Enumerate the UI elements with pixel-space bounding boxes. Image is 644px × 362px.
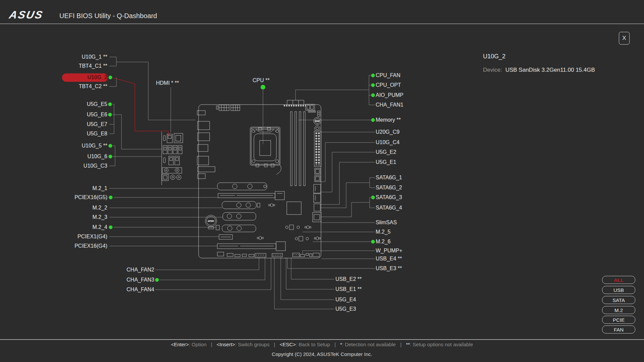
port-label-u10g-2-selected[interactable]: U10G_2 xyxy=(87,74,107,81)
port-label-pciex16-g5[interactable]: PCIEX16(G5) xyxy=(74,194,107,201)
port-label-tbt4-c2[interactable]: TBT4_C2 ** xyxy=(79,83,107,90)
port-label-u5g-e3[interactable]: U5G_E3 xyxy=(335,305,356,313)
help-separator: | xyxy=(211,342,212,347)
port-label-tbt4-c1[interactable]: TBT4_C1 ** xyxy=(79,62,107,70)
port-label-m2-4[interactable]: M.2_4 xyxy=(93,224,107,231)
help-desc-esc: : Back to Setup xyxy=(296,342,330,347)
port-label-m2-2[interactable]: M.2_2 xyxy=(93,204,107,212)
port-label-w-pump[interactable]: W_PUMP+ xyxy=(376,247,402,254)
filter-button-m2[interactable]: M.2 xyxy=(602,306,635,314)
port-label-m2-5[interactable]: M.2_5 xyxy=(376,228,390,236)
port-label-u5g-e4[interactable]: U5G_E4 xyxy=(335,296,356,303)
port-label-cha-fan1[interactable]: CHA_FAN1 xyxy=(376,101,404,109)
port-label-aio-pump[interactable]: AIO_PUMP xyxy=(376,92,404,99)
port-label-u10g-1[interactable]: U10G_1 ** xyxy=(82,53,108,61)
port-label-cpu-opt[interactable]: CPU_OPT xyxy=(376,81,401,89)
filter-button-sata[interactable]: SATA xyxy=(602,296,635,304)
standoff-screws xyxy=(257,204,320,241)
port-label-u10g-c4[interactable]: U10G_C4 xyxy=(376,139,399,146)
copyright-text: Copyright (C) 2024, ASUSTeK Computer Inc… xyxy=(0,351,644,357)
port-label-memory[interactable]: Memory ** xyxy=(376,116,401,124)
port-label-cpu-fan[interactable]: CPU_FAN xyxy=(376,72,400,79)
port-label-cha-fan3[interactable]: CHA_FAN3 xyxy=(126,276,154,284)
port-label-usb-e3[interactable]: USB_E3 ** xyxy=(376,265,402,272)
port-label-u10g-5[interactable]: U10G_5 ** xyxy=(82,142,108,149)
port-label-sata6g-1[interactable]: SATA6G_1 xyxy=(376,174,402,181)
start-button: START xyxy=(314,111,321,131)
pcie-slots xyxy=(217,191,285,251)
port-label-sata6g-3[interactable]: SATA6G_3 xyxy=(376,194,402,201)
port-label-cha-fan2[interactable]: CHA_FAN2 xyxy=(126,266,154,274)
help-key-enter: <Enter> xyxy=(171,342,189,347)
chipset xyxy=(287,202,301,215)
filter-button-all[interactable]: ALL xyxy=(602,276,635,284)
port-label-pciex1-g4[interactable]: PCIEX1(G4) xyxy=(77,233,107,240)
ram-slots xyxy=(290,112,305,186)
filter-button-usb[interactable]: USB xyxy=(602,286,635,294)
board-left-edge-ports xyxy=(197,111,215,179)
help-desc-insert: : Switch groups xyxy=(235,342,270,347)
rear-io-bracket xyxy=(162,132,183,185)
help-separator: | xyxy=(334,342,336,347)
port-label-pciex16-g4[interactable]: PCIEX16(G4) xyxy=(74,242,107,250)
help-key-esc: <ESC> xyxy=(280,342,296,347)
port-label-u10g-c3[interactable]: U10G_C3 xyxy=(84,162,107,170)
key-help-bar: <Enter>: Option | <Insert>: Switch group… xyxy=(0,342,644,347)
help-desc-double-asterisk: : Setup options not available xyxy=(410,342,473,347)
footer-divider xyxy=(0,339,644,340)
help-key-double-asterisk: ** xyxy=(406,342,410,347)
q-dashboard-screen: ASUS UEFI BIOS Utility - Q-Dashboard X U… xyxy=(0,0,644,362)
port-label-slimsas[interactable]: SlimSAS xyxy=(376,219,397,226)
port-label-u5g-e8[interactable]: U5G_E8 xyxy=(87,130,107,137)
port-label-usb-e4[interactable]: USB_E4 ** xyxy=(376,255,402,262)
power-connectors xyxy=(216,105,240,111)
port-label-cpu[interactable]: CPU ** xyxy=(253,77,270,84)
m2-slots xyxy=(216,183,267,232)
port-label-m2-1[interactable]: M.2_1 xyxy=(93,185,107,192)
filter-button-pcie[interactable]: PCIE xyxy=(602,316,635,324)
port-label-u5g-e6[interactable]: U5G_E6 xyxy=(87,111,107,118)
filter-button-fan[interactable]: FAN xyxy=(602,325,635,334)
port-label-m2-6[interactable]: M.2_6 xyxy=(376,238,390,245)
svg-text:START: START xyxy=(315,120,320,122)
port-label-u10g-6[interactable]: U10G_6 xyxy=(87,153,107,160)
help-desc-asterisk: : Detection not available xyxy=(342,342,396,347)
port-label-usb-e1[interactable]: USB_E1 ** xyxy=(335,286,362,293)
port-label-sata6g-4[interactable]: SATA6G_4 xyxy=(376,204,402,212)
port-label-u20g-c9[interactable]: U20G_C9 xyxy=(376,128,399,136)
right-edge-headers xyxy=(313,168,321,222)
board-outline xyxy=(199,105,321,258)
port-label-u5g-e5[interactable]: U5G_E5 xyxy=(87,101,107,108)
port-label-usb-e2[interactable]: USB_E2 ** xyxy=(335,276,362,283)
port-label-sata6g-2[interactable]: SATA6G_2 xyxy=(376,184,402,191)
help-separator: | xyxy=(400,342,401,347)
debug-display xyxy=(306,104,316,112)
port-label-u5g-e1[interactable]: U5G_E1 xyxy=(376,159,396,166)
port-label-u5g-e7[interactable]: U5G_E7 xyxy=(87,121,107,128)
port-label-cha-fan4[interactable]: CHA_FAN4 xyxy=(126,286,154,293)
cpu-socket xyxy=(250,127,281,175)
help-separator: | xyxy=(274,342,275,347)
fan-headers xyxy=(284,100,306,106)
bottom-headers xyxy=(217,252,319,257)
svg-text:BATTERY: BATTERY xyxy=(208,220,214,222)
atx-24pin-connector xyxy=(314,131,321,167)
port-label-hdmi[interactable]: HDMI * ** xyxy=(156,79,179,87)
port-label-m2-3[interactable]: M.2_3 xyxy=(93,214,107,221)
help-key-insert: <Insert> xyxy=(217,342,235,347)
help-desc-enter: : Option xyxy=(189,342,207,347)
port-label-u5g-e2[interactable]: U5G_E2 xyxy=(376,148,396,156)
